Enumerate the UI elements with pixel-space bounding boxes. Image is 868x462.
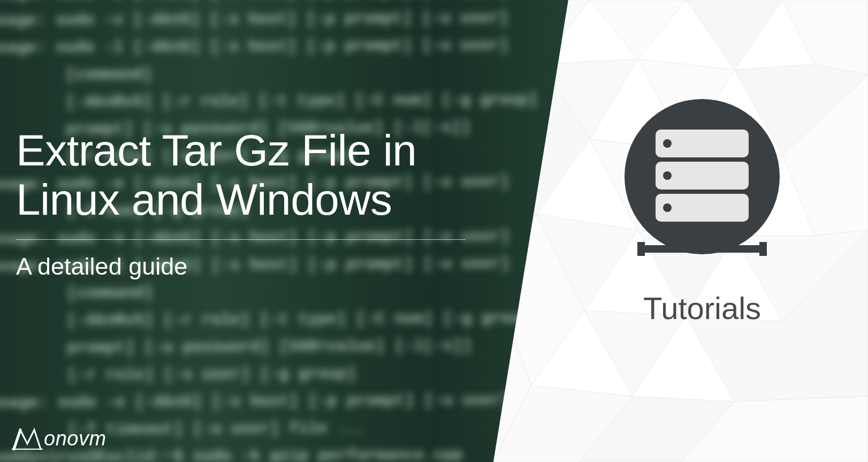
brand-mark-icon — [12, 426, 43, 451]
svg-rect-32 — [641, 245, 764, 253]
svg-point-30 — [663, 203, 672, 212]
title-divider — [16, 239, 466, 240]
title-line-2: Linux and Windows — [16, 175, 392, 224]
svg-rect-33 — [637, 242, 645, 256]
subtitle: A detailed guide — [16, 253, 466, 281]
svg-point-29 — [663, 171, 672, 180]
svg-point-28 — [663, 139, 672, 148]
svg-marker-4 — [782, 0, 868, 75]
title-line-1: Extract Tar Gz File in — [16, 126, 416, 175]
brand-logo: onovm — [12, 426, 106, 451]
main-title: Extract Tar Gz File in Linux and Windows — [16, 126, 466, 224]
svg-rect-31 — [697, 222, 707, 245]
heading-block: Extract Tar Gz File in Linux and Windows… — [16, 126, 466, 281]
svg-marker-3 — [686, 0, 782, 70]
svg-marker-2 — [590, 0, 686, 59]
tutorials-label: Tutorials — [643, 290, 761, 326]
brand-text: onovm — [44, 427, 106, 450]
tutorial-banner: usage: sudo -l [-AknS] [-s host] [-p pro… — [0, 0, 868, 462]
right-content: Tutorials — [590, 96, 814, 326]
server-icon — [614, 96, 790, 275]
svg-rect-34 — [759, 242, 767, 256]
